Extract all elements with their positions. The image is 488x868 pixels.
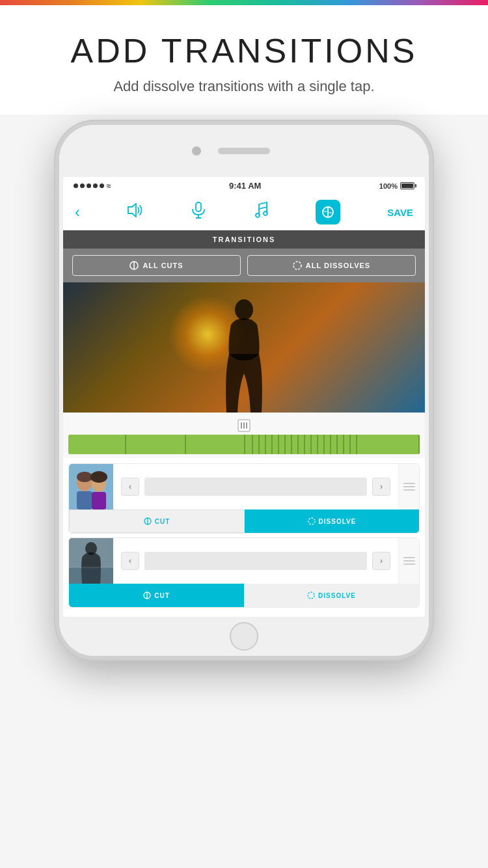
svg-point-16: [77, 472, 92, 482]
svg-rect-17: [77, 491, 92, 509]
svg-point-30: [308, 592, 314, 599]
svg-point-6: [256, 213, 260, 217]
volume-icon[interactable]: [127, 203, 144, 221]
cut-option-1[interactable]: CUT: [69, 509, 245, 533]
phone: ≈ 9:41 AM 100% ‹: [55, 121, 433, 660]
dissolve-option-1[interactable]: DISSOLVE: [245, 509, 419, 533]
handle-line-2b: [403, 560, 415, 562]
clip-row-1: ‹ ›: [69, 464, 419, 509]
track-seg-2: [128, 435, 185, 454]
music-icon[interactable]: +: [252, 202, 268, 223]
status-bar: ≈ 9:41 AM 100%: [63, 177, 425, 195]
svg-rect-26: [69, 567, 113, 584]
couple-svg: [69, 464, 113, 509]
toolbar: ‹: [63, 195, 425, 230]
cut-label-2: CUT: [154, 592, 170, 599]
battery-percent: 100%: [379, 182, 398, 190]
battery-icon: [400, 182, 414, 189]
drag-handle-2: [403, 557, 415, 565]
save-button[interactable]: SAVE: [387, 207, 413, 218]
signal-dot-1: [74, 183, 78, 188]
transition-row-1: CUT DISSOLVE: [69, 509, 419, 533]
handle-line-1a: [403, 483, 415, 484]
silhouette-svg: [69, 538, 113, 584]
battery-fill: [401, 183, 413, 188]
signal-dot-2: [80, 183, 85, 188]
clip-controls-2: ‹ ›: [113, 538, 398, 584]
timeline-area: [63, 413, 425, 458]
playhead-line-2: [243, 422, 245, 429]
clip-row-2: ‹ ›: [69, 538, 419, 584]
dissolve-label-1: DISSOLVE: [319, 518, 357, 525]
page-title: ADD TRANSITIONS: [39, 31, 449, 70]
header-section: ADD TRANSITIONS Add dissolve transitions…: [0, 5, 488, 115]
svg-point-13: [235, 299, 253, 320]
svg-rect-1: [196, 202, 201, 211]
clip-prev-1[interactable]: ‹: [121, 478, 139, 496]
handle-line-1b: [403, 486, 415, 487]
video-background: [63, 282, 425, 413]
svg-text:+: +: [261, 202, 264, 206]
clip-item-2: ‹ ›: [68, 537, 420, 608]
playhead: [237, 419, 251, 432]
clip-item-1: ‹ ›: [68, 463, 420, 534]
track-seg-3: [187, 435, 245, 454]
dissolve-option-2[interactable]: DISSOLVE: [244, 584, 419, 607]
svg-rect-20: [92, 492, 106, 509]
transitions-buttons: ALL CUTS ALL DISSOLVES: [63, 249, 425, 282]
page-subtitle: Add dissolve transitions with a single t…: [39, 78, 449, 95]
signal-dot-5: [100, 183, 104, 188]
playhead-line-1: [241, 422, 242, 429]
playhead-container: [63, 419, 425, 432]
cut-label-1: CUT: [155, 518, 170, 525]
battery-tip: [415, 184, 416, 187]
clip-thumbnail-2: [69, 538, 113, 584]
phone-speaker: [218, 148, 270, 154]
phone-wrapper: ≈ 9:41 AM 100% ‹: [0, 115, 488, 660]
back-button[interactable]: ‹: [75, 203, 80, 221]
signal-dot-3: [87, 183, 91, 188]
transition-row-2: CUT DISSOLVE: [69, 584, 419, 607]
cut-option-2[interactable]: CUT: [69, 584, 244, 607]
timeline-track: [68, 435, 420, 454]
svg-point-19: [90, 471, 107, 483]
all-dissolves-button[interactable]: ALL DISSOLVES: [247, 255, 416, 276]
all-cuts-button[interactable]: ALL CUTS: [72, 255, 241, 276]
clip-prev-2[interactable]: ‹: [121, 552, 139, 570]
clip-handle-1[interactable]: [398, 464, 419, 509]
phone-screen: ≈ 9:41 AM 100% ‹: [63, 177, 425, 617]
rainbow-bar: [0, 0, 488, 5]
dissolve-label-2: DISSOLVE: [318, 592, 356, 599]
track-seg-4: [362, 435, 420, 454]
status-left: ≈: [74, 182, 111, 191]
wifi-icon: ≈: [107, 182, 111, 191]
svg-marker-0: [128, 204, 136, 217]
transitions-button[interactable]: [316, 200, 340, 224]
clip-next-1[interactable]: ›: [372, 478, 390, 496]
status-time: 9:41 AM: [229, 181, 261, 191]
track-seg-1: [68, 435, 126, 454]
clip-controls-1: ‹ ›: [113, 464, 398, 509]
status-right: 100%: [379, 182, 414, 190]
track-seg-dashed: [247, 435, 360, 454]
handle-line-1c: [403, 489, 415, 491]
clip-handle-2[interactable]: [398, 538, 419, 584]
phone-bottom: [59, 617, 429, 656]
front-camera: [192, 146, 201, 156]
clip-scrub-1[interactable]: [144, 478, 367, 496]
mic-icon[interactable]: [191, 202, 206, 223]
clip-list: ‹ ›: [63, 458, 425, 617]
clip-next-2[interactable]: ›: [372, 552, 390, 570]
person-silhouette: [215, 295, 273, 413]
home-button[interactable]: [230, 622, 258, 651]
clip-scrub-2[interactable]: [144, 552, 367, 570]
transitions-header: TRANSITIONS: [63, 230, 425, 249]
handle-line-2a: [403, 557, 415, 558]
clip-thumbnail-1: [69, 464, 113, 509]
svg-point-12: [293, 262, 301, 269]
signal-bars: [74, 183, 104, 188]
playhead-line-3: [246, 422, 247, 429]
drag-handle-1: [403, 483, 415, 491]
handle-line-2c: [403, 563, 415, 565]
signal-dot-4: [93, 183, 98, 188]
